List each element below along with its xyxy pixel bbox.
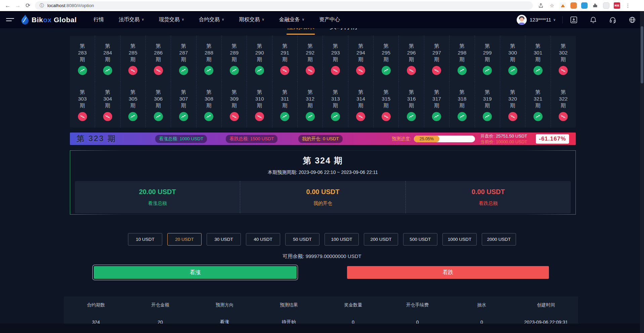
nav-item-1[interactable]: 法币交易∨	[119, 16, 144, 23]
stat-value: 20.00 USDT	[139, 188, 176, 196]
period-cell-310: 第310期	[247, 82, 272, 128]
period-text: 第	[358, 43, 363, 49]
period-text: 317	[432, 96, 441, 102]
amount-button-2000[interactable]: 2000 USDT	[482, 233, 516, 246]
nav-item-5[interactable]: 金融业务∨	[279, 16, 304, 23]
period-text: 284	[103, 49, 112, 56]
progress-label: 预测进度:	[392, 136, 411, 142]
browser-reload-icon[interactable]: ⟳	[23, 2, 33, 9]
orange-extension-icon[interactable]	[570, 2, 577, 9]
period-text: 287	[179, 49, 188, 56]
download-app-icon[interactable]	[570, 16, 577, 24]
chevron-down-icon: ∨	[262, 17, 264, 21]
table-header-cell: 预测方向	[192, 302, 257, 308]
period-text: 298	[458, 49, 466, 56]
metamask-extension-icon[interactable]	[560, 2, 566, 9]
period-text: 期	[257, 56, 262, 63]
amount-button-200[interactable]: 200 USDT	[364, 233, 398, 246]
notifications-bell-icon[interactable]	[590, 16, 597, 24]
period-text: 期	[282, 56, 288, 63]
period-text: 308	[205, 96, 213, 102]
period-cell-320: 第320期	[500, 82, 525, 128]
buy-down-button[interactable]: 看跌	[347, 266, 549, 279]
divider	[562, 16, 563, 24]
nav-item-2[interactable]: 现货交易∨	[159, 16, 184, 23]
period-cell-288: 第288期	[197, 36, 222, 82]
available-balance: 可用余额: 999979.00000000 USDT	[0, 253, 644, 260]
period-cell-291: 第291期	[272, 36, 298, 82]
period-text: 期	[206, 102, 212, 109]
period-text: 306	[154, 96, 163, 102]
trend-up-icon	[458, 66, 467, 75]
period-text: 320	[508, 96, 517, 102]
period-text: 期	[156, 102, 161, 109]
period-cell-318: 第318期	[449, 82, 475, 128]
period-text: 期	[333, 56, 338, 63]
amount-button-500[interactable]: 500 USDT	[403, 233, 437, 246]
site-logo[interactable]: Bikox Global	[21, 15, 77, 25]
nav-item-0[interactable]: 行情	[93, 16, 104, 23]
trend-up-icon	[508, 66, 517, 75]
trend-down-icon	[128, 66, 137, 75]
period-row-2: 第303期第304期第305期第306期第307期第308期第309期第310期…	[70, 82, 576, 128]
period-cell-297: 第297期	[424, 36, 449, 82]
period-text: 期	[156, 56, 161, 63]
period-text: 期	[231, 102, 237, 109]
browser-menu-icon[interactable]: ⋮	[625, 2, 631, 9]
period-text: 期	[409, 102, 414, 109]
trend-up-icon	[458, 112, 467, 121]
amount-button-20[interactable]: 20 USDT	[167, 233, 202, 246]
period-text: 314	[356, 96, 365, 102]
share-icon[interactable]	[538, 2, 544, 9]
trend-down-icon	[306, 66, 315, 75]
period-text: 305	[129, 96, 137, 102]
nav-item-4[interactable]: 期权交易∨	[239, 16, 264, 23]
period-text: 期	[80, 56, 85, 63]
period-text: 312	[306, 96, 314, 102]
trend-up-icon	[255, 66, 264, 75]
period-text: 第	[333, 43, 338, 49]
trend-down-icon	[78, 112, 87, 121]
hamburger-menu-icon[interactable]	[6, 16, 15, 23]
address-bar[interactable]: ⓘ localhost:8080/#/option	[35, 1, 533, 10]
nav-item-3[interactable]: 合约交易∨	[199, 16, 224, 23]
language-globe-icon[interactable]	[629, 16, 636, 24]
sidebar-extension-icon[interactable]	[603, 2, 609, 9]
table-header-cell: 预测结果	[257, 302, 321, 308]
scrollbar-thumb[interactable]	[641, 26, 643, 83]
period-text: 第	[80, 43, 85, 49]
profile-badge-icon[interactable]: 科技	[614, 2, 620, 9]
period-cell-302: 第302期	[551, 36, 576, 82]
amount-button-30[interactable]: 30 USDT	[207, 233, 241, 246]
support-headset-icon[interactable]	[609, 16, 616, 24]
period-cell-298: 第298期	[449, 36, 475, 82]
browser-forward-icon[interactable]: →	[13, 2, 23, 9]
amount-button-1000[interactable]: 1000 USDT	[442, 233, 477, 246]
period-text: 期	[485, 102, 490, 109]
blue-extension-icon[interactable]	[581, 2, 588, 9]
period-row-1: 第283期第284期第285期第286期第287期第288期第289期第290期…	[70, 36, 576, 82]
period-text: 302	[559, 49, 568, 56]
buy-up-button[interactable]: 看涨	[94, 266, 297, 279]
user-menu-caret-icon[interactable]: ∨	[553, 18, 556, 22]
browser-back-icon[interactable]: ←	[3, 2, 13, 9]
amount-button-40[interactable]: 40 USDT	[246, 233, 280, 246]
trend-up-icon	[154, 112, 163, 121]
period-text: 第	[485, 89, 490, 96]
amount-button-100[interactable]: 100 USDT	[325, 233, 359, 246]
trend-down-icon	[382, 112, 391, 121]
user-avatar[interactable]	[517, 15, 527, 25]
down-total-badge: 看跌总额: 1500 USDT	[226, 135, 277, 143]
period-cell-303: 第303期	[70, 82, 95, 128]
amount-button-10[interactable]: 10 USDT	[128, 233, 162, 246]
bookmark-star-icon[interactable]: ☆	[549, 2, 555, 9]
user-name[interactable]: 123****11	[530, 17, 551, 23]
extensions-puzzle-icon[interactable]	[592, 2, 599, 9]
trend-down-icon	[559, 112, 568, 121]
period-323-banner: 第 323 期 看涨总额: 1000 USDT 看跌总额: 1500 USDT …	[70, 133, 576, 145]
amount-button-50[interactable]: 50 USDT	[285, 233, 319, 246]
page-info-icon[interactable]: ⓘ	[40, 3, 44, 9]
period-text: 299	[483, 49, 492, 56]
table-header-cell: 合约期数	[64, 302, 128, 308]
nav-item-6[interactable]: 资产中心	[319, 16, 340, 23]
